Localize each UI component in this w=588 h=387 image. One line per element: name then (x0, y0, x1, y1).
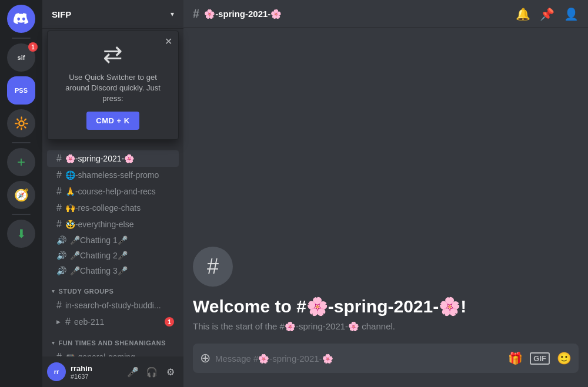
emoji-icon: 🙂 (557, 352, 572, 365)
channel-list: # 🌸-spring-2021-🌸 # 🌐-shameless-self-pro… (42, 146, 183, 356)
gift-button[interactable]: 🎁 (508, 351, 523, 365)
user-actions: 🎤 🎧 ⚙ (125, 364, 179, 380)
user-info: rrahin #1637 (71, 364, 120, 380)
channel-item-general-gaming[interactable]: # 🎮-general-gaming (47, 349, 179, 356)
category-label: STUDY GROUPS (59, 288, 114, 295)
explore-icon: 🧭 (14, 188, 29, 202)
message-input[interactable] (215, 347, 503, 370)
channel-item-shameless[interactable]: # 🌐-shameless-self-promo (47, 167, 179, 183)
channel-name: 🎤Chatting 3🎤 (70, 266, 128, 275)
bell-icon[interactable]: 🔔 (516, 7, 530, 21)
input-actions: 🎁 GIF 🙂 (508, 351, 572, 365)
add-attachment-button[interactable]: ⊕ (200, 344, 211, 373)
category-label: FUN TIMES AND SHENANIGANS (59, 339, 166, 346)
welcome-section: # Welcome to #🌸-spring-2021-🌸! This is t… (193, 235, 579, 344)
server-name: SIFP (52, 9, 71, 19)
speaker-icon: 🔊 (56, 235, 66, 245)
header-actions: 🔔 📌 👤 (516, 7, 579, 21)
headphones-button[interactable]: 🎧 (143, 364, 160, 380)
gif-button[interactable]: GIF (530, 352, 550, 365)
channel-name: 🥸-everything-else (65, 220, 134, 229)
channel-item-chatting2[interactable]: 🔊 🎤Chatting 2🎤 (47, 248, 179, 263)
welcome-description: This is the start of the #🌸-spring-2021-… (193, 321, 579, 332)
channel-item-course-help[interactable]: # 🙏-course-help-and-recs (47, 183, 179, 200)
discord-home-icon[interactable] (7, 5, 35, 33)
username: rrahin (71, 364, 120, 373)
add-icon: + (17, 154, 25, 170)
server-icon-light[interactable]: 🔆 (7, 109, 35, 137)
gift-icon: 🎁 (508, 352, 523, 365)
download-icon: ⬇ (16, 227, 26, 241)
server-name-header[interactable]: SIFP ▾ (42, 0, 183, 28)
user-discriminator: #1637 (71, 373, 120, 380)
header-left: # 🌸-spring-2021-🌸 (193, 7, 282, 21)
explore-servers-button[interactable]: 🧭 (7, 181, 35, 209)
plus-icon: ⊕ (200, 351, 211, 365)
main-header: # 🌸-spring-2021-🌸 🔔 📌 👤 (183, 0, 588, 28)
category-fun-times[interactable]: ▾ FUN TIMES AND SHENANIGANS (42, 330, 183, 349)
members-icon[interactable]: 👤 (564, 7, 579, 21)
settings-button[interactable]: ⚙ (162, 364, 179, 380)
channel-item-everything-else[interactable]: # 🥸-everything-else (47, 216, 179, 233)
server-icon-pss[interactable]: PSS (7, 76, 35, 105)
user-panel: rr rrahin #1637 🎤 🎧 ⚙ (42, 356, 183, 387)
headphones-icon: 🎧 (146, 366, 158, 378)
message-area: # Welcome to #🌸-spring-2021-🌸! This is t… (183, 28, 588, 344)
emoji-button[interactable]: 🙂 (557, 351, 572, 365)
category-arrow-icon: ▾ (52, 288, 55, 294)
channel-name: 🙌-res-college-chats (65, 203, 141, 213)
channel-item-study-buddies[interactable]: # in-search-of-study-buddi... (47, 297, 179, 314)
hash-icon: # (56, 203, 62, 213)
quick-switcher-popup: ✕ ⇄ Use Quick Switcher to get around Dis… (47, 31, 179, 140)
mic-off-icon: 🎤 (127, 366, 139, 378)
sif-label: sif (18, 54, 25, 61)
channel-name: 🙏-course-help-and-recs (65, 187, 156, 196)
channel-name: 🎤Chatting 1🎤 (70, 235, 128, 245)
download-apps-button[interactable]: ⬇ (7, 220, 35, 248)
mic-off-button[interactable]: 🎤 (125, 364, 141, 380)
light-label: 🔆 (14, 116, 29, 130)
sif-notification: 1 (28, 42, 38, 52)
quick-switcher-icon: ⇄ (103, 41, 123, 68)
welcome-title: Welcome to #🌸-spring-2021-🌸! (193, 296, 579, 317)
channel-name: 🌸-spring-2021-🌸 (65, 154, 134, 163)
category-study-groups[interactable]: ▾ STUDY GROUPS (42, 278, 183, 297)
notification-badge: 1 (165, 317, 174, 327)
channel-hash-icon: # (193, 7, 199, 21)
chevron-down-icon: ▾ (171, 10, 174, 18)
server-divider-2 (12, 142, 31, 143)
hash-icon: # (56, 186, 62, 197)
channel-name: in-search-of-study-buddi... (65, 301, 161, 310)
channel-item-spring-2021[interactable]: # 🌸-spring-2021-🌸 (47, 150, 179, 167)
server-sidebar: sif 1 PSS 🔆 + 🧭 ⬇ (0, 0, 42, 387)
speaker-icon: 🔊 (56, 251, 66, 260)
hash-icon: # (56, 219, 62, 230)
message-input-container: ⊕ 🎁 GIF 🙂 (193, 344, 579, 373)
server-divider-3 (12, 214, 31, 215)
hash-icon: # (56, 352, 62, 356)
channel-name: 🎮-general-gaming (65, 352, 135, 356)
quick-switcher-button[interactable]: CMD + K (86, 112, 139, 130)
channel-item-chatting3[interactable]: 🔊 🎤Chatting 3🎤 (47, 263, 179, 278)
welcome-hash-icon: # (193, 247, 233, 287)
close-quick-switcher-button[interactable]: ✕ (165, 36, 172, 47)
channel-item-eeb-211[interactable]: ▶ # eeb-211 1 (47, 314, 179, 330)
channel-name: 🎤Chatting 2🎤 (70, 251, 128, 260)
pin-icon[interactable]: 📌 (540, 7, 554, 21)
server-icon-sif[interactable]: sif 1 (7, 43, 35, 72)
arrow-right-icon: ▶ (56, 319, 61, 325)
add-server-button[interactable]: + (7, 148, 35, 176)
hash-icon: # (56, 153, 62, 164)
hash-icon: # (56, 300, 62, 311)
quick-switcher-text: Use Quick Switcher to get around Discord… (57, 72, 169, 105)
hash-icon: # (56, 170, 62, 180)
server-divider (12, 38, 31, 39)
channel-name: 🌐-shameless-self-promo (65, 170, 159, 180)
hash-symbol: # (207, 254, 219, 279)
message-input-area: ⊕ 🎁 GIF 🙂 (183, 344, 588, 387)
gif-label: GIF (533, 354, 546, 363)
pss-label: PSS (15, 87, 28, 94)
category-arrow-icon: ▾ (52, 340, 55, 346)
channel-item-res-college[interactable]: # 🙌-res-college-chats (47, 200, 179, 216)
channel-item-chatting1[interactable]: 🔊 🎤Chatting 1🎤 (47, 233, 179, 248)
